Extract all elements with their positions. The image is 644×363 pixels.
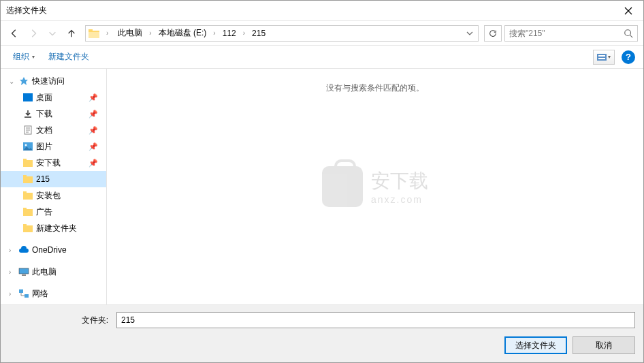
refresh-button[interactable] <box>484 25 502 42</box>
refresh-icon <box>488 29 498 38</box>
search-icon <box>624 29 633 38</box>
folder-icon <box>22 174 33 184</box>
watermark-text: 安下载 anxz.com <box>371 168 428 205</box>
chevron-down-icon <box>466 30 473 37</box>
chevron-down-icon: ▾ <box>32 54 35 60</box>
new-folder-button[interactable]: 新建文件夹 <box>44 48 93 65</box>
help-button[interactable]: ? <box>622 50 635 64</box>
sidebar-item-pictures[interactable]: 图片📌 <box>1 138 106 155</box>
breadcrumb-item[interactable]: 112 <box>220 27 239 40</box>
pin-icon: 📌 <box>88 159 98 168</box>
svg-point-10 <box>25 144 27 146</box>
content-area: 没有与搜索条件匹配的项。 安下载 anxz.com <box>107 69 643 304</box>
svg-rect-18 <box>23 208 27 210</box>
svg-rect-15 <box>23 193 33 200</box>
close-button[interactable] <box>613 1 643 21</box>
watermark: 安下载 anxz.com <box>322 166 428 207</box>
svg-rect-7 <box>23 93 33 101</box>
chevron-right-icon: › <box>103 28 111 38</box>
chevron-right-icon: › <box>146 28 154 38</box>
sidebar-item-newfolder[interactable]: 新建文件夹 <box>1 220 106 236</box>
computer-icon <box>18 267 29 277</box>
toolbar: 组织▾ 新建文件夹 ▾ ? <box>1 46 643 69</box>
sidebar-item-desktop[interactable]: 桌面📌 <box>1 89 106 106</box>
svg-rect-6 <box>598 58 605 59</box>
chevron-right-icon: › <box>240 28 248 38</box>
sidebar-item-215[interactable]: 215 <box>1 171 106 187</box>
svg-rect-1 <box>88 29 93 31</box>
breadcrumb[interactable]: 此电脑› 本地磁盘 (E:)› 112› 215 <box>115 26 268 40</box>
folder-name-input[interactable] <box>116 312 635 328</box>
sidebar-item-anzhuangbao[interactable]: 安装包 <box>1 187 106 204</box>
chevron-down-icon: ⌄ <box>9 78 16 85</box>
svg-rect-2 <box>88 32 99 38</box>
arrow-up-icon <box>67 29 76 38</box>
breadcrumb-item[interactable]: 本地磁盘 (E:) <box>156 26 210 40</box>
svg-rect-14 <box>23 175 27 177</box>
svg-rect-16 <box>23 191 27 193</box>
cloud-icon <box>18 245 29 255</box>
view-icon <box>597 54 607 61</box>
download-icon <box>22 109 33 119</box>
arrow-right-icon <box>29 29 38 38</box>
folder-icon <box>22 158 33 168</box>
title-bar: 选择文件夹 <box>1 1 643 21</box>
sidebar-item-onedrive[interactable]: ›OneDrive <box>1 242 106 258</box>
chevron-right-icon: › <box>9 268 16 276</box>
pin-icon: 📌 <box>88 110 98 119</box>
cancel-button[interactable]: 取消 <box>573 336 635 354</box>
sidebar-item-documents[interactable]: 文档📌 <box>1 122 106 138</box>
chevron-right-icon: › <box>9 290 16 298</box>
breadcrumb-item[interactable]: 此电脑 <box>115 26 145 40</box>
sidebar-item-guanggao[interactable]: 广告 <box>1 204 106 220</box>
search-input[interactable] <box>509 29 624 38</box>
svg-rect-21 <box>19 268 29 274</box>
svg-rect-13 <box>23 176 33 183</box>
desktop-icon <box>22 93 33 102</box>
svg-point-3 <box>625 29 631 35</box>
main-area: ⌄ 快速访问 桌面📌 下载📌 文档📌 图片📌 安下载📌 215 安装包 广告 新… <box>1 69 643 304</box>
navigation-bar: › 此电脑› 本地磁盘 (E:)› 112› 215 <box>1 21 643 46</box>
address-dropdown[interactable] <box>464 26 475 41</box>
up-button[interactable] <box>63 25 80 42</box>
chevron-right-icon: › <box>9 247 16 254</box>
svg-rect-19 <box>23 225 33 232</box>
star-icon <box>18 76 29 86</box>
svg-rect-24 <box>25 294 29 298</box>
chevron-right-icon: › <box>210 28 218 38</box>
network-icon <box>18 289 29 298</box>
document-icon <box>22 125 33 135</box>
pin-icon: 📌 <box>88 142 98 151</box>
folder-icon <box>22 207 33 217</box>
forward-button[interactable] <box>25 25 42 42</box>
sidebar-item-network[interactable]: ›网络 <box>1 285 106 302</box>
empty-message: 没有与搜索条件匹配的项。 <box>326 82 424 94</box>
view-options-button[interactable]: ▾ <box>593 50 615 65</box>
chevron-down-icon: ▾ <box>608 54 611 60</box>
svg-rect-5 <box>598 55 605 57</box>
sidebar-item-anxiazai[interactable]: 安下载📌 <box>1 155 106 171</box>
organize-button[interactable]: 组织▾ <box>9 48 39 65</box>
sidebar-item-thispc[interactable]: ›此电脑 <box>1 264 106 280</box>
folder-icon <box>88 29 99 38</box>
svg-rect-17 <box>23 209 33 216</box>
breadcrumb-item[interactable]: 215 <box>249 27 268 40</box>
back-button[interactable] <box>6 25 22 42</box>
svg-rect-20 <box>23 224 27 226</box>
folder-icon <box>22 223 33 233</box>
svg-rect-4 <box>597 54 607 61</box>
help-icon: ? <box>626 52 631 62</box>
address-bar[interactable]: › 此电脑› 本地磁盘 (E:)› 112› 215 <box>85 25 479 42</box>
chevron-down-icon <box>48 29 57 38</box>
sidebar-item-quick-access[interactable]: ⌄ 快速访问 <box>1 73 106 89</box>
arrow-left-icon <box>10 29 19 38</box>
search-box[interactable] <box>504 25 638 42</box>
pin-icon: 📌 <box>88 126 98 135</box>
select-folder-button[interactable]: 选择文件夹 <box>504 336 567 354</box>
recent-dropdown[interactable] <box>44 25 61 42</box>
svg-rect-22 <box>22 274 26 276</box>
folder-icon <box>22 191 33 200</box>
sidebar-item-downloads[interactable]: 下载📌 <box>1 106 106 122</box>
pin-icon: 📌 <box>88 93 98 102</box>
pictures-icon <box>22 142 33 151</box>
